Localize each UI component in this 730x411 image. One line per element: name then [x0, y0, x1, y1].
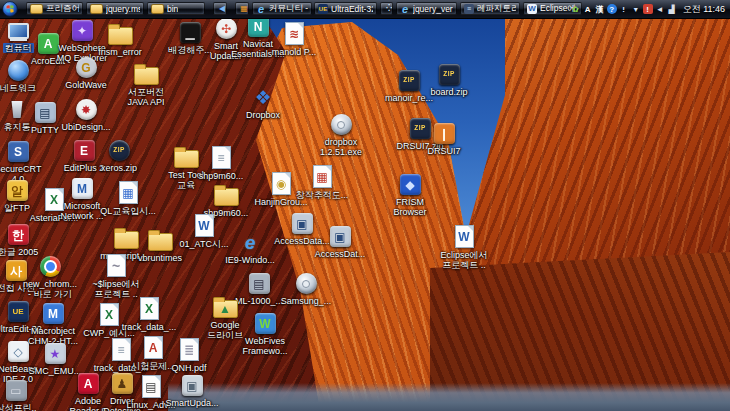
taskbar-button-prism-admin[interactable]: 프리즘어드민: [26, 2, 83, 15]
desktop-icon-smartupda[interactable]: ▣ SmartUpda...: [160, 375, 224, 408]
desktop-icon-macrobject-chm[interactable]: M MacrobjectCHM-2-HT...: [21, 303, 85, 346]
desktop-icon-track-data-1[interactable]: X track_data_...: [117, 297, 181, 332]
taskbar-button-quick-app[interactable]: ▦: [235, 2, 249, 15]
icon-label-line: 창작추적도...: [294, 190, 351, 200]
tray-clover-icon[interactable]: ✿: [571, 4, 581, 14]
icon-label: IE9-Windo...: [223, 255, 277, 265]
desktop-icon-securecrt[interactable]: S SecureCRT4.0: [0, 141, 50, 184]
start-button[interactable]: [2, 1, 18, 17]
desktop-icon-frism-error[interactable]: frism_error: [88, 23, 152, 57]
taskbar-button-community[interactable]: e 커뮤니티 - 내박...: [252, 2, 312, 15]
desktop-icon-tracking-doc[interactable]: ▦ 창작추적도...: [290, 165, 354, 200]
zip-icon: ZIP: [109, 140, 130, 161]
icon-label-line: 서포버전: [126, 87, 166, 97]
desktop-icon-xeros-zip[interactable]: ZIP xeros.zip: [87, 140, 151, 173]
icon-glyph: ZIP: [443, 71, 455, 78]
icon-label: new_chrom...- 바로 가기: [21, 279, 79, 299]
icon-glyph: [302, 280, 310, 288]
doc-icon: ≡: [212, 146, 231, 169]
system-tray: ✿A漢?⁞▾!◄▟ 오전 11:46: [571, 0, 728, 18]
icon-glyph: W: [259, 318, 270, 330]
icon-label-line: FRISM: [394, 197, 426, 207]
ie-icon: e: [256, 4, 266, 14]
icon-glyph: ▤: [145, 381, 156, 393]
icon-label: Eclipse에서프로젝트 ..: [438, 250, 489, 270]
folder-icon: [214, 188, 239, 206]
taskbar-button-jquery-vertical[interactable]: e jquery_vertical_...: [396, 2, 457, 15]
desktop-icon-accessdata-2[interactable]: ▣ AccessDat...: [308, 226, 372, 259]
icon-glyph: ◇: [13, 346, 22, 358]
icon-label-line: AccessDat...: [313, 249, 368, 259]
taskbar-button-ultraedit[interactable]: UE UltraEdit-32 - [...: [314, 2, 377, 15]
zip-icon: ZIP: [439, 64, 460, 85]
icon-label-line: - 바로 가기: [26, 289, 74, 299]
grid-icon: ▦: [239, 4, 249, 14]
tray-network-icon[interactable]: ▟: [667, 4, 677, 14]
taskbar-button-quick-dots[interactable]: ⁘: [380, 2, 393, 15]
icon-glyph: 한: [12, 229, 24, 241]
desktop-icon-samsung-printer[interactable]: ▭ 삼성프린..: [0, 380, 48, 411]
desktop-icon-eclipse-project-doc[interactable]: W Eclipse에서프로젝트 ..: [432, 225, 496, 270]
desktop-icon-java-api-folder[interactable]: 서포버전JAVA API: [114, 63, 178, 107]
desktop-icon-samsung-cd[interactable]: Samsung_...: [274, 273, 338, 306]
desktop-icon-manold-p[interactable]: ≋ manold P...: [262, 22, 326, 57]
folder-icon: [148, 233, 173, 251]
desktop-icon-frism-browser[interactable]: ◆ FRISMBrowser: [378, 174, 442, 217]
icon-label-line: WebFives: [243, 336, 287, 346]
doc-icon: W: [455, 225, 474, 248]
desktop-icon-ubidesign[interactable]: ✸ UbiDesign...: [54, 99, 118, 132]
icon-label-line: UbiDesign...: [59, 122, 112, 132]
desktop-icon-drsui7-book[interactable]: ❙ DRSUI7: [412, 123, 476, 156]
icon-label-line: 네트워크: [0, 83, 38, 93]
icon-label-line: DRSUI7: [425, 146, 462, 156]
icon-label: manold P...: [270, 47, 318, 57]
square-icon: W: [255, 313, 276, 334]
icon-label: FRISMBrowser: [391, 197, 428, 217]
desktop-icon-dropbox-folder[interactable]: ❖ Dropbox: [231, 87, 295, 120]
taskbar-button-jquery-ms-vertic[interactable]: jquery.ms.vertic...: [86, 2, 144, 15]
icon-label-line: 삼성프린..: [0, 403, 39, 411]
icon-label: QNH.pdf: [169, 363, 208, 373]
icon-label-line: xeros.zip: [99, 163, 139, 173]
icon-label-line: track_data_...: [120, 322, 179, 332]
icon-glyph: ~: [112, 259, 120, 273]
icon-label: SmartUpda...: [163, 398, 220, 408]
icon-glyph: M: [48, 308, 58, 320]
desktop-icon-goldwave[interactable]: G GoldWave: [54, 57, 118, 90]
desktop-icon-board-zip[interactable]: ZIP board.zip: [417, 64, 481, 97]
tray-ime-korean-icon[interactable]: A: [583, 4, 593, 14]
desktop-icon-network[interactable]: 네트워크: [0, 60, 50, 93]
icon-label-line: shp9m60...: [197, 171, 246, 181]
desktop-icon-smc-emu[interactable]: ★ SMC_EMU...: [23, 343, 87, 376]
tray-status-icon[interactable]: ⁞: [619, 4, 629, 14]
square-icon: ◆: [400, 174, 421, 195]
desktop-icon-new-chrome-shortcut[interactable]: new_chrom...- 바로 가기: [18, 256, 82, 299]
tray-hide-icon[interactable]: ▾: [631, 4, 641, 14]
tray-help-icon[interactable]: ?: [607, 4, 617, 14]
taskbar-button-bin[interactable]: bin: [147, 2, 205, 15]
desktop-icon-shp9m60-doc[interactable]: ≡ shp9m60...: [189, 146, 253, 181]
icon-glyph: ✸: [81, 104, 91, 116]
icon-label: board.zip: [428, 87, 469, 97]
desktop-icon-hangul-2005[interactable]: 한 한글 2005: [0, 224, 50, 257]
desktop-icon-qnh-pdf[interactable]: ≣ QNH.pdf: [157, 338, 221, 373]
taskbar-clock[interactable]: 오전 11:46: [683, 3, 725, 16]
folder-icon: [108, 27, 133, 45]
desktop-icon-dropbox-installer[interactable]: dropbox1.2.51.exe: [309, 114, 373, 157]
square-icon: M: [72, 178, 93, 199]
icon-glyph: e: [245, 233, 256, 252]
icon-label-line: Samsung_...: [279, 296, 334, 306]
taskbar-button-quick-back[interactable]: ◀: [213, 2, 227, 15]
word-icon: W: [527, 4, 537, 14]
square-icon: ▭: [6, 380, 27, 401]
tray-hanja-icon[interactable]: 漢: [595, 4, 605, 14]
tray-volume-icon[interactable]: ◄: [655, 4, 665, 14]
tray-alert-icon[interactable]: !: [643, 4, 653, 14]
desktop-icon-web-framework[interactable]: W WebFivesFramewo...: [233, 313, 297, 356]
doc-icon: W: [195, 214, 214, 237]
desktop-icons: 컴퓨터 A AcroEdit ✦ WebSphereMQ Explorer fr…: [0, 0, 730, 411]
desktop-icon-ql-education[interactable]: ▦ QL교육입시...: [96, 181, 160, 216]
desktop-icon-eclipse-temp-doc[interactable]: ~ ~$lipse에서프로젝트 ..: [84, 254, 148, 299]
ie-icon: e: [400, 4, 410, 14]
taskbar-button-repository-manager[interactable]: ≡ 레파지토리 매니...: [460, 2, 520, 15]
